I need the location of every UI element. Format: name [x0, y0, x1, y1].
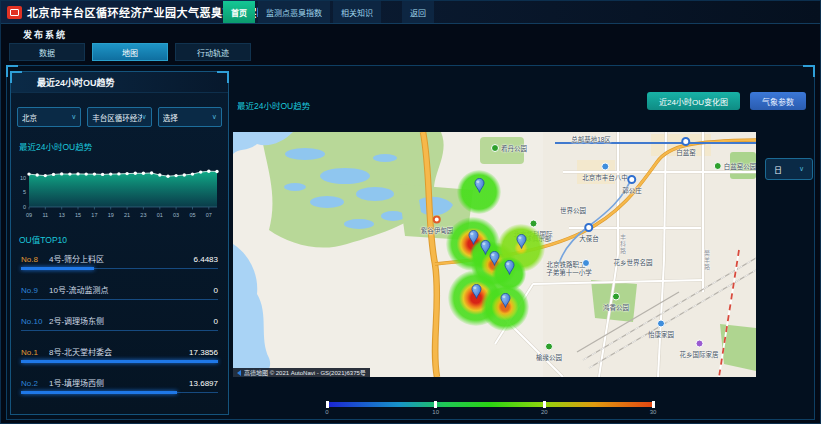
top-list-item-line: No.84号-筛分上料区6.4483 — [21, 253, 218, 264]
top-list-label: OU值TOP10 — [19, 233, 228, 245]
filter-select-2[interactable]: 选择∨ — [158, 107, 222, 127]
station-name: 4号-筛分上料区 — [49, 253, 194, 264]
ou-value: 13.6897 — [189, 379, 218, 388]
legend-tick — [434, 401, 437, 408]
trend-chart-label: 最近24小时OU趋势 — [19, 140, 228, 152]
svg-text:15: 15 — [75, 212, 81, 218]
legend-tick-label: 0 — [325, 409, 328, 415]
top-list-item: No.102号-调理场东侧0 — [21, 315, 218, 331]
top-list-item: No.84号-筛分上料区6.4483 — [21, 253, 218, 269]
view-tabs: 数据地图行动轨迹 — [9, 43, 251, 61]
progress-fill — [21, 267, 94, 270]
map-marker-pin[interactable] — [500, 293, 511, 308]
svg-text:11: 11 — [42, 212, 48, 218]
view-tab-1[interactable]: 地图 — [92, 43, 168, 61]
time-granularity-select[interactable]: 日 ∨ — [765, 158, 813, 180]
app-logo-icon — [7, 6, 22, 19]
publish-system-label: 发布系统 — [23, 28, 67, 41]
filter-select-value: 北京 — [22, 112, 71, 123]
nav-item-0[interactable]: 首页 — [223, 1, 255, 23]
map-button-1[interactable]: 气象参数 — [750, 92, 806, 110]
legend-tick — [543, 401, 546, 408]
chevron-down-icon: ∨ — [799, 165, 804, 173]
svg-text:23: 23 — [140, 212, 146, 218]
heat-legend-labels: 0102030 — [327, 409, 653, 418]
svg-text:01: 01 — [157, 212, 163, 218]
rank-label: No.10 — [21, 317, 49, 326]
top-list-item: No.18号-北天堂村委会17.3856 — [21, 346, 218, 362]
map-markers-layer — [233, 132, 756, 377]
main-nav: 首页监测点恶臭指数相关知识返回 — [223, 1, 434, 23]
map-attribution-text: 高德地图 © 2021 AutoNavi - GS(2021)6375号 — [244, 368, 366, 377]
ou-value: 17.3856 — [189, 348, 218, 357]
map-container[interactable]: 看丹公园总部基地18区白盆窑白盆窑公园北京市丰台八中郭公庄大葆台世界公园紫谷伊甸… — [233, 132, 756, 377]
legend-tick-label: 20 — [541, 409, 548, 415]
rank-label: No.1 — [21, 348, 49, 357]
chevron-down-icon: ∨ — [212, 113, 217, 121]
progress-fill — [21, 360, 218, 363]
svg-text:13: 13 — [59, 212, 65, 218]
ou-top-list: No.84号-筛分上料区6.4483No.910号-流动监测点0No.102号-… — [21, 253, 218, 393]
amap-logo-icon — [237, 370, 241, 376]
map-marker-pin[interactable] — [471, 284, 482, 299]
chevron-down-icon: ∨ — [71, 113, 76, 121]
nav-item-1[interactable]: 监测点恶臭指数 — [258, 1, 330, 23]
station-name: 8号-北天堂村委会 — [49, 346, 189, 357]
progress-track — [21, 392, 218, 393]
station-name: 2号-调理场东侧 — [49, 315, 214, 326]
content-panel: 最近24小时OU趋势 北京∨丰台区循环经济产∨选择∨ 最近24小时OU趋势 05… — [6, 65, 815, 420]
svg-text:03: 03 — [173, 212, 179, 218]
top-list-item: No.21号-填埋场西侧13.6897 — [21, 377, 218, 393]
ou-value: 6.4483 — [194, 255, 218, 264]
map-marker-pin[interactable] — [504, 260, 515, 275]
progress-track — [21, 361, 218, 362]
map-marker-pin[interactable] — [468, 230, 479, 245]
map-panel-title: 最近24小时OU趋势 — [237, 99, 310, 111]
svg-text:19: 19 — [108, 212, 114, 218]
progress-track — [21, 268, 218, 269]
map-marker-pin[interactable] — [474, 178, 485, 193]
map-attribution: 高德地图 © 2021 AutoNavi - GS(2021)6375号 — [233, 368, 370, 377]
nav-item-3[interactable]: 返回 — [402, 1, 434, 23]
legend-tick — [326, 401, 329, 408]
legend-tick-label: 30 — [650, 409, 657, 415]
left-panel-header: 最近24小时OU趋势 — [11, 72, 228, 93]
svg-text:05: 05 — [189, 212, 195, 218]
svg-text:0: 0 — [23, 204, 26, 210]
nav-item-2[interactable]: 相关知识 — [333, 1, 381, 23]
svg-text:5: 5 — [23, 189, 26, 195]
left-panel: 最近24小时OU趋势 北京∨丰台区循环经济产∨选择∨ 最近24小时OU趋势 05… — [10, 71, 229, 415]
filter-select-1[interactable]: 丰台区循环经济产∨ — [87, 107, 151, 127]
view-tab-0[interactable]: 数据 — [9, 43, 85, 61]
progress-track — [21, 330, 218, 331]
svg-text:17: 17 — [91, 212, 97, 218]
station-name: 10号-流动监测点 — [49, 284, 214, 295]
left-panel-title: 最近24小时OU趋势 — [37, 76, 115, 89]
top-list-item-line: No.18号-北天堂村委会17.3856 — [21, 346, 218, 357]
chevron-down-icon: ∨ — [142, 113, 147, 121]
map-marker-pin[interactable] — [516, 234, 527, 249]
map-button-group: 近24小时OU变化图气象参数 — [647, 92, 806, 110]
svg-text:21: 21 — [124, 212, 130, 218]
station-name: 1号-填埋场西侧 — [49, 377, 189, 388]
time-granularity-value: 日 — [774, 164, 799, 175]
ou-trend-chart: 0510091113151719212301030507 — [13, 157, 226, 221]
rank-label: No.2 — [21, 379, 49, 388]
map-button-0[interactable]: 近24小时OU变化图 — [647, 92, 740, 110]
header-bar: 北京市丰台区循环经济产业园大气恶臭状况实时 首页监测点恶臭指数相关知识返回 — [1, 1, 820, 24]
top-list-item-line: No.102号-调理场东侧0 — [21, 315, 218, 326]
ou-value: 0 — [214, 286, 218, 295]
heat-legend: 0102030 — [327, 402, 653, 418]
legend-tick — [652, 401, 655, 408]
region-select-group: 北京∨丰台区循环经济产∨选择∨ — [17, 107, 222, 127]
svg-text:07: 07 — [206, 212, 212, 218]
view-tab-2[interactable]: 行动轨迹 — [175, 43, 251, 61]
filter-select-0[interactable]: 北京∨ — [17, 107, 81, 127]
top-list-item-line: No.910号-流动监测点0 — [21, 284, 218, 295]
map-marker-pin[interactable] — [489, 251, 500, 266]
app-root: 北京市丰台区循环经济产业园大气恶臭状况实时 首页监测点恶臭指数相关知识返回 发布… — [0, 0, 821, 424]
top-list-item: No.910号-流动监测点0 — [21, 284, 218, 300]
filter-select-value: 选择 — [163, 112, 212, 123]
progress-fill — [21, 391, 177, 394]
svg-text:09: 09 — [26, 212, 32, 218]
